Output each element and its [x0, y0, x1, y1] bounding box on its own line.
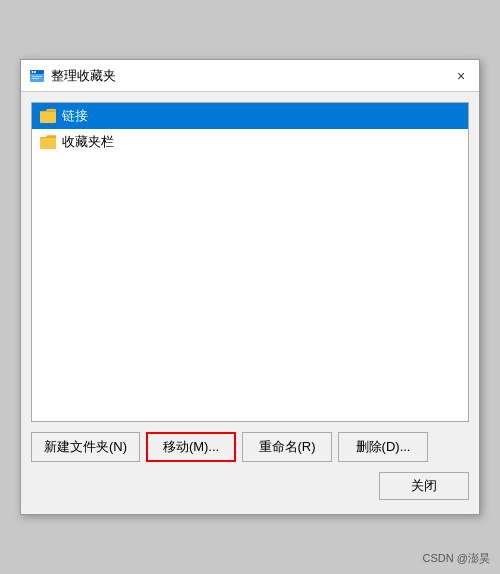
rename-button[interactable]: 重命名(R)	[242, 432, 332, 462]
svg-rect-4	[32, 76, 42, 77]
svg-point-3	[34, 71, 36, 73]
close-button[interactable]: 关闭	[379, 472, 469, 500]
action-buttons: 新建文件夹(N) 移动(M)... 重命名(R) 删除(D)...	[31, 432, 469, 462]
folder-item-links[interactable]: 链接	[32, 103, 468, 129]
folder-list[interactable]: 链接 收藏夹栏	[31, 102, 469, 422]
folder-item-bookmarks-bar[interactable]: 收藏夹栏	[32, 129, 468, 155]
folder-label-links: 链接	[62, 107, 88, 125]
delete-button[interactable]: 删除(D)...	[338, 432, 428, 462]
move-button[interactable]: 移动(M)...	[146, 432, 236, 462]
dialog-title: 整理收藏夹	[51, 67, 116, 85]
close-row: 关闭	[31, 472, 469, 504]
close-icon[interactable]: ×	[451, 66, 471, 86]
dialog-icon	[29, 68, 45, 84]
new-folder-button[interactable]: 新建文件夹(N)	[31, 432, 140, 462]
title-bar: 整理收藏夹 ×	[21, 60, 479, 92]
svg-rect-5	[32, 78, 39, 79]
title-left: 整理收藏夹	[29, 67, 116, 85]
folder-label-bookmarks-bar: 收藏夹栏	[62, 133, 114, 151]
watermark: CSDN @澎昊	[423, 551, 490, 566]
dialog-body: 链接 收藏夹栏 新建文件夹(N) 移动(M)... 重命名(R) 删除(D)..…	[21, 92, 479, 514]
svg-point-2	[32, 71, 34, 73]
organize-favorites-dialog: 整理收藏夹 × 链接 收藏夹栏 新	[20, 59, 480, 515]
